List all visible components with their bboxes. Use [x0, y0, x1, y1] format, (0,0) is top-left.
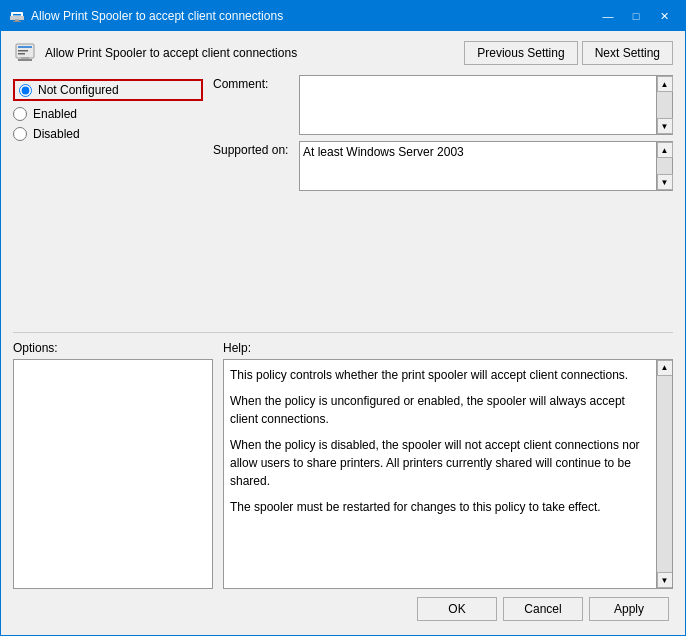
svg-rect-1	[13, 14, 21, 16]
title-bar-controls: — □ ✕	[595, 6, 677, 26]
options-box	[13, 359, 213, 590]
header-row: Allow Print Spooler to accept client con…	[13, 41, 673, 65]
comment-scroll-track	[657, 92, 672, 118]
svg-rect-5	[13, 21, 21, 22]
comment-input[interactable]	[300, 76, 672, 134]
help-section: Help: This policy controls whether the p…	[213, 341, 673, 590]
enabled-radio[interactable]	[13, 107, 27, 121]
supported-on-scrollbar: ▲ ▼	[656, 142, 672, 190]
next-setting-button[interactable]: Next Setting	[582, 41, 673, 65]
disabled-label[interactable]: Disabled	[33, 127, 80, 141]
comment-field-container: ▲ ▼	[299, 75, 673, 135]
apply-button[interactable]: Apply	[589, 597, 669, 621]
help-para-2: When the policy is unconfigured or enabl…	[230, 392, 652, 428]
supported-on-value: At least Windows Server 2003	[300, 142, 672, 162]
cancel-button[interactable]: Cancel	[503, 597, 583, 621]
main-area: Not Configured Enabled Disabled	[13, 75, 673, 324]
comment-scrollbar: ▲ ▼	[656, 76, 672, 134]
title-bar-text: Allow Print Spooler to accept client con…	[31, 9, 595, 23]
window-content: Allow Print Spooler to accept client con…	[1, 31, 685, 635]
help-box: This policy controls whether the print s…	[223, 359, 673, 590]
options-label: Options:	[13, 341, 213, 355]
not-configured-option[interactable]: Not Configured	[13, 79, 203, 101]
supported-on-label: Supported on:	[213, 141, 293, 157]
divider	[13, 332, 673, 333]
not-configured-label[interactable]: Not Configured	[38, 83, 119, 97]
help-para-1: This policy controls whether the print s…	[230, 366, 652, 384]
previous-setting-button[interactable]: Previous Setting	[464, 41, 577, 65]
title-bar: Allow Print Spooler to accept client con…	[1, 1, 685, 31]
header-title: Allow Print Spooler to accept client con…	[45, 46, 456, 60]
svg-rect-8	[18, 50, 28, 52]
comment-scroll-down[interactable]: ▼	[657, 118, 673, 134]
header-buttons: Previous Setting Next Setting	[464, 41, 673, 65]
help-text: This policy controls whether the print s…	[224, 360, 672, 522]
left-panel: Not Configured Enabled Disabled	[13, 75, 213, 324]
disabled-radio[interactable]	[13, 127, 27, 141]
options-help-row: Options: Help: This policy controls whet…	[13, 341, 673, 590]
svg-rect-7	[18, 46, 32, 48]
supported-on-scroll-track	[657, 158, 672, 174]
not-configured-radio[interactable]	[19, 84, 32, 97]
policy-icon	[13, 41, 37, 65]
close-button[interactable]: ✕	[651, 6, 677, 26]
minimize-button[interactable]: —	[595, 6, 621, 26]
help-scroll-track	[657, 376, 672, 573]
main-window: Allow Print Spooler to accept client con…	[0, 0, 686, 636]
comment-row: Comment: ▲ ▼	[213, 75, 673, 135]
svg-rect-4	[15, 19, 19, 21]
help-para-4: The spooler must be restarted for change…	[230, 498, 652, 516]
help-label: Help:	[223, 341, 673, 355]
svg-rect-11	[18, 59, 32, 61]
supported-on-field: At least Windows Server 2003 ▲ ▼	[299, 141, 673, 191]
supported-on-row: Supported on: At least Windows Server 20…	[213, 141, 673, 191]
help-scrollbar: ▲ ▼	[656, 360, 672, 589]
right-panel: Comment: ▲ ▼ Supported on: At least	[213, 75, 673, 324]
help-para-3: When the policy is disabled, the spooler…	[230, 436, 652, 490]
ok-button[interactable]: OK	[417, 597, 497, 621]
supported-on-scroll-down[interactable]: ▼	[657, 174, 673, 190]
comment-scroll-up[interactable]: ▲	[657, 76, 673, 92]
options-section: Options:	[13, 341, 213, 590]
radio-group: Not Configured Enabled Disabled	[13, 79, 203, 141]
bottom-bar: OK Cancel Apply	[13, 589, 673, 625]
maximize-button[interactable]: □	[623, 6, 649, 26]
supported-on-scroll-up[interactable]: ▲	[657, 142, 673, 158]
help-scroll-up[interactable]: ▲	[657, 360, 673, 376]
enabled-option[interactable]: Enabled	[13, 107, 203, 121]
comment-label: Comment:	[213, 75, 293, 91]
window-icon	[9, 8, 25, 24]
disabled-option[interactable]: Disabled	[13, 127, 203, 141]
svg-rect-9	[18, 53, 25, 55]
help-scroll-down[interactable]: ▼	[657, 572, 673, 588]
enabled-label[interactable]: Enabled	[33, 107, 77, 121]
